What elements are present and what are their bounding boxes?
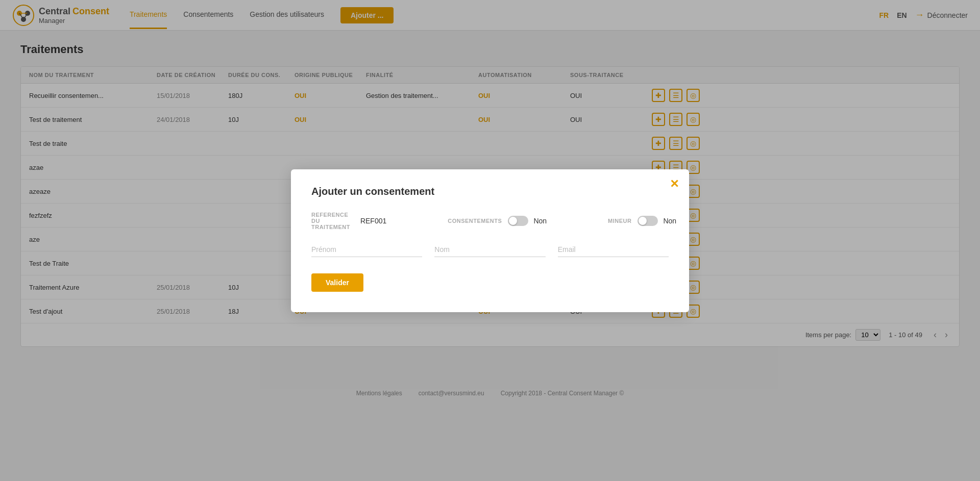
consent-toggle-label: Non: [533, 217, 547, 225]
consent-toggle-knob: [509, 217, 517, 225]
valider-button[interactable]: Valider: [311, 273, 363, 292]
consent-toggle[interactable]: [508, 216, 528, 226]
prenom-input[interactable]: [311, 242, 422, 257]
mineur-toggle[interactable]: [638, 216, 658, 226]
modal-close-button[interactable]: ✕: [670, 178, 679, 191]
mineur-toggle-knob: [639, 217, 647, 225]
modal-overlay[interactable]: ✕ Ajouter un consentement REFERENCE DU T…: [0, 0, 980, 407]
modal-inputs: [311, 242, 669, 257]
modal-ref-row: REFERENCE DU TRAITEMENT REF001 CONSENTEM…: [311, 212, 669, 230]
modal-consent-label: CONSENTEMENTS: [448, 218, 502, 224]
modal-ajouter-consentement: ✕ Ajouter un consentement REFERENCE DU T…: [291, 169, 689, 312]
mineur-toggle-group: Non: [638, 216, 676, 226]
modal-mineur-label: MINEUR: [608, 218, 631, 224]
modal-ref-value: REF001: [360, 217, 386, 225]
modal-title: Ajouter un consentement: [311, 186, 669, 197]
mineur-toggle-label: Non: [663, 217, 676, 225]
email-input[interactable]: [558, 242, 669, 257]
nom-input[interactable]: [434, 242, 545, 257]
consent-toggle-group: Non: [508, 216, 547, 226]
modal-ref-label: REFERENCE DU TRAITEMENT: [311, 212, 350, 230]
